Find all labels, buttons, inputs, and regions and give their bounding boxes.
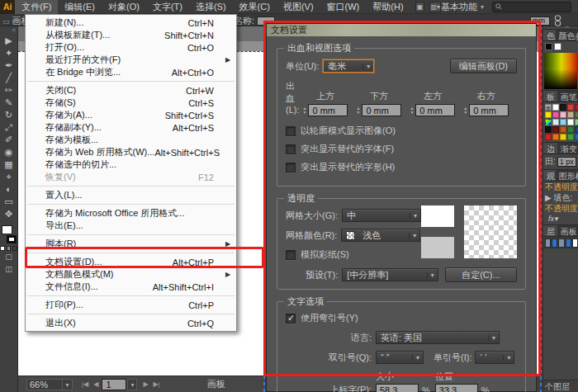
last-artboard-button[interactable]: ▶|: [154, 380, 160, 388]
appearance-opacity-link[interactable]: 不透明度: [543, 182, 578, 192]
swatch[interactable]: [575, 104, 578, 111]
file-menu-item-save-as-template[interactable]: 存储为模板...: [26, 134, 236, 146]
link-dimensions-icon[interactable]: [554, 15, 561, 26]
swatch[interactable]: [575, 134, 578, 140]
use-typographers-quotes-checkbox[interactable]: [286, 314, 296, 324]
swatch[interactable]: [575, 119, 578, 125]
next-artboard-button[interactable]: ▶: [143, 380, 148, 388]
bridge-icon[interactable]: ▣: [415, 2, 425, 12]
swatch[interactable]: [575, 111, 578, 118]
file-menu-item-open[interactable]: 打开(O)...Ctrl+O: [26, 41, 236, 54]
grid-colors-dropdown[interactable]: 浅色 ▼: [341, 229, 420, 242]
draw-mode-button[interactable]: ▢: [0, 251, 17, 263]
tab-layers[interactable]: 层: [543, 225, 557, 236]
fill-color-swatch[interactable]: [2, 225, 12, 234]
menubar-item-object[interactable]: 对象(O): [102, 0, 146, 14]
tab-stroke[interactable]: 边: [543, 143, 557, 153]
swatch[interactable]: [560, 119, 566, 125]
file-menu-item-document-setup[interactable]: 文档设置(D)...Alt+Ctrl+P: [26, 256, 236, 268]
file-menu-item-print[interactable]: 打印(P)...Ctrl+P: [26, 299, 236, 311]
first-artboard-button[interactable]: |◀: [82, 380, 88, 388]
swatch[interactable]: [552, 126, 559, 133]
swatch[interactable]: [552, 111, 559, 118]
magic-wand-tool[interactable]: ✦: [0, 47, 17, 59]
zoom-dropdown-icon[interactable]: ▼: [63, 379, 73, 390]
foreground-color-chip[interactable]: [545, 43, 552, 50]
menubar-item-type[interactable]: 文字(T): [146, 0, 189, 14]
swatch[interactable]: [545, 111, 552, 118]
menubar-item-select[interactable]: 选择(S): [189, 0, 233, 14]
file-menu-item-new-from-template[interactable]: 从模板新建(T)...Shift+Ctrl+N: [26, 29, 236, 41]
swatch[interactable]: ⊕: [545, 104, 552, 111]
bleed-value-input[interactable]: 0 mm: [362, 104, 401, 116]
swatch[interactable]: [552, 104, 559, 111]
tab-artboards[interactable]: 画板: [557, 225, 578, 236]
swatch[interactable]: [552, 119, 559, 125]
swatch[interactable]: [567, 134, 574, 140]
artboard-number-dropdown-icon[interactable]: ▼: [127, 379, 137, 390]
artboard-tool[interactable]: ▭: [0, 196, 17, 208]
file-menu-item-save-a-copy[interactable]: 存储副本(Y)...Alt+Ctrl+S: [26, 121, 236, 134]
pen-tool[interactable]: ✒: [0, 59, 17, 72]
scale-tool[interactable]: ⤢: [0, 121, 17, 134]
file-menu-item-file-info[interactable]: 文件信息(I)...Alt+Shift+Ctrl+I: [26, 281, 236, 293]
menubar-item-help[interactable]: 帮助(H): [366, 0, 410, 14]
language-dropdown[interactable]: 英语: 美国 ▼: [376, 331, 500, 344]
layer-thumbnail[interactable]: [545, 239, 551, 248]
background-color-chip[interactable]: [554, 43, 561, 50]
swatch[interactable]: [560, 111, 566, 118]
symbol-sprayer-tool[interactable]: ◉: [0, 146, 17, 158]
grid-size-dropdown[interactable]: 中 ▼: [342, 209, 421, 222]
menubar-item-effect[interactable]: 效果(C): [233, 0, 277, 14]
file-menu-item-new[interactable]: 新建(N)...Ctrl+N: [26, 17, 236, 29]
swatch[interactable]: [567, 126, 574, 133]
file-menu-item-browse-in-bridge[interactable]: 在 Bridge 中浏览...Alt+Ctrl+O: [26, 66, 236, 78]
tab-graphic-styles[interactable]: 图形样: [556, 170, 578, 181]
menubar-item-file[interactable]: 文件(F): [15, 0, 58, 14]
arrange-documents-icon[interactable]: ▥▾: [429, 2, 441, 12]
menubar-item-view[interactable]: 视图(V): [277, 0, 320, 14]
rotate-tool[interactable]: ↻: [0, 109, 17, 121]
view-option-checkbox-2[interactable]: [286, 163, 296, 172]
superscript-size-input[interactable]: 58.3: [376, 384, 419, 392]
stepper-arrows[interactable]: ▲▼: [303, 106, 307, 115]
file-menu-item-save-selected-slices[interactable]: 存储选中的切片...: [26, 158, 236, 171]
file-menu-item-exit[interactable]: 退出(X)Ctrl+Q: [26, 317, 236, 329]
search-input[interactable]: [492, 2, 571, 12]
swatch[interactable]: [545, 119, 552, 125]
previous-artboard-button[interactable]: ◀: [93, 380, 98, 388]
tab-gradient[interactable]: 渐变: [557, 143, 578, 153]
file-menu-item-place[interactable]: 置入(L)...: [26, 189, 236, 201]
hand-tool[interactable]: ✥: [0, 208, 17, 220]
width-tool[interactable]: ✐: [0, 134, 17, 146]
layer-thumbnail[interactable]: [552, 239, 557, 248]
stroke-color-swatch[interactable]: [7, 235, 17, 243]
swatch[interactable]: [545, 134, 552, 140]
view-option-checkbox-1[interactable]: [286, 144, 296, 154]
file-menu-item-save-for-microsoft-office[interactable]: 存储为 Microsoft Office 所用格式...: [26, 207, 236, 220]
none-button[interactable]: [12, 246, 17, 251]
tab-color-guide[interactable]: 颜色参: [556, 30, 578, 40]
line-segment-tool[interactable]: ╱: [0, 72, 17, 84]
bleed-value-input[interactable]: 0 mm: [308, 104, 348, 116]
selection-tool[interactable]: ▶: [0, 35, 17, 47]
swatch[interactable]: [567, 111, 574, 118]
swatch[interactable]: [560, 134, 566, 140]
artboard-number-field[interactable]: 1: [102, 379, 126, 390]
swatch[interactable]: [567, 119, 574, 125]
tab-swatches[interactable]: 板: [543, 91, 557, 102]
superscript-position-input[interactable]: 33.3: [435, 384, 478, 392]
bleed-value-input[interactable]: 0 mm: [415, 104, 455, 116]
tab-color[interactable]: 色: [543, 30, 556, 40]
appearance-opacity-link-2[interactable]: 不透明度: [543, 203, 578, 214]
double-quotes-dropdown[interactable]: “ ” ▼: [376, 351, 424, 364]
paintbrush-tool[interactable]: ✏: [0, 84, 17, 97]
file-menu-item-save[interactable]: 存储(S)Ctrl+S: [26, 97, 236, 109]
preset-dropdown[interactable]: [中分辨率] ▼: [342, 268, 438, 281]
edit-artboards-button[interactable]: 编辑画板(D): [450, 59, 517, 73]
menubar-item-edit[interactable]: 编辑(E): [58, 0, 102, 14]
workspace-switcher[interactable]: 基本功能: [441, 1, 477, 13]
stepper-arrows[interactable]: ▲▼: [463, 106, 467, 115]
fill-stroke-control[interactable]: [1, 225, 17, 243]
swatch[interactable]: [575, 126, 578, 133]
